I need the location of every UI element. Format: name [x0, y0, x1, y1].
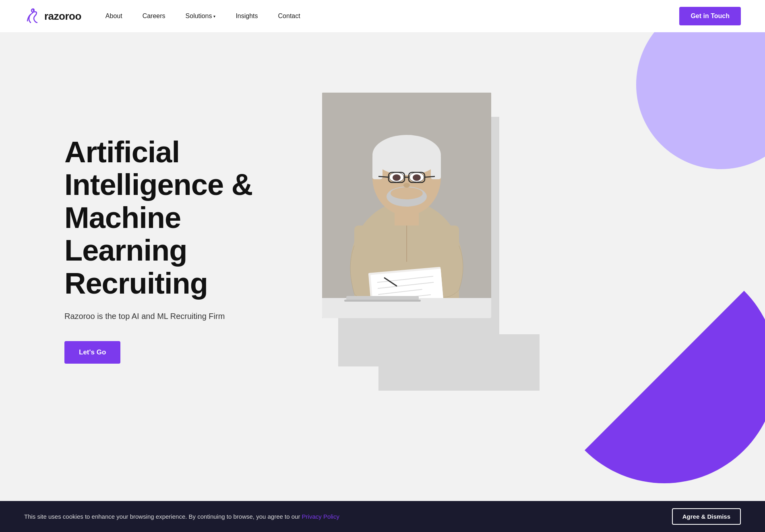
nav-item-careers[interactable]: Careers — [143, 12, 165, 20]
brand-name: razoroo — [44, 10, 81, 23]
lets-go-button[interactable]: Let's Go — [64, 341, 120, 364]
privacy-policy-link[interactable]: Privacy Policy — [302, 513, 339, 520]
chevron-down-icon: ▾ — [213, 14, 215, 19]
nav-item-contact[interactable]: Contact — [278, 12, 300, 20]
svg-point-19 — [391, 187, 423, 199]
nav-item-about[interactable]: About — [105, 12, 122, 20]
navbar: razoroo About Careers Solutions ▾ Insigh… — [0, 0, 765, 32]
svg-rect-7 — [372, 155, 382, 179]
navbar-left: razoroo About Careers Solutions ▾ Insigh… — [24, 8, 300, 24]
person-illustration — [322, 93, 491, 318]
nav-link-solutions[interactable]: Solutions ▾ — [186, 12, 216, 20]
svg-rect-31 — [344, 300, 421, 302]
nav-link-contact[interactable]: Contact — [278, 12, 300, 19]
nav-item-insights[interactable]: Insights — [236, 12, 258, 20]
hero-image-area — [322, 85, 701, 366]
cookie-bar: This site uses cookies to enhance your b… — [0, 501, 765, 532]
nav-link-about[interactable]: About — [105, 12, 122, 19]
logo-link[interactable]: razoroo — [24, 8, 81, 24]
hero-photo — [322, 93, 491, 318]
hero-title: Artificial Intelligence & Machine Learni… — [64, 136, 290, 300]
hero-text: Artificial Intelligence & Machine Learni… — [64, 104, 290, 364]
hero-section: Artificial Intelligence & Machine Learni… — [0, 32, 765, 495]
svg-rect-30 — [346, 296, 419, 300]
hero-subtitle: Razoroo is the top AI and ML Recruiting … — [64, 312, 290, 321]
get-in-touch-button[interactable]: Get in Touch — [679, 7, 741, 25]
nav-link-insights[interactable]: Insights — [236, 12, 258, 19]
cookie-message: This site uses cookies to enhance your b… — [24, 513, 339, 520]
svg-point-12 — [413, 174, 421, 181]
nav-item-solutions[interactable]: Solutions ▾ — [186, 12, 216, 20]
svg-point-0 — [33, 9, 34, 11]
nav-links: About Careers Solutions ▾ Insights Conta… — [105, 12, 300, 20]
svg-rect-8 — [431, 155, 441, 179]
gray-rect-front — [378, 334, 540, 391]
hero-content: Artificial Intelligence & Machine Learni… — [0, 32, 765, 435]
nav-link-careers[interactable]: Careers — [143, 12, 165, 19]
logo-icon — [24, 8, 40, 24]
cookie-dismiss-button[interactable]: Agree & Dismiss — [672, 508, 741, 525]
svg-point-11 — [393, 174, 401, 181]
svg-point-20 — [403, 183, 410, 188]
svg-point-6 — [372, 135, 441, 175]
